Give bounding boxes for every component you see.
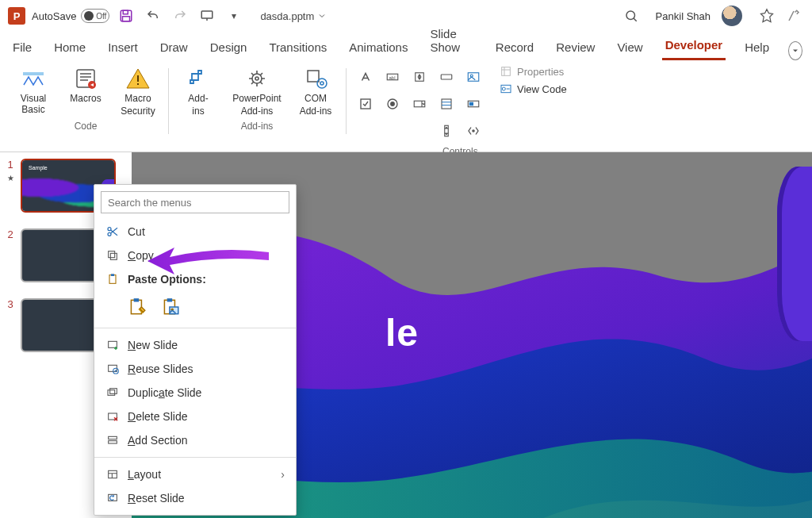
tab-file[interactable]: File: [10, 36, 35, 60]
paste-picture-button[interactable]: [159, 296, 182, 318]
user-avatar[interactable]: [722, 6, 742, 26]
addins-button[interactable]: Add- ins: [176, 65, 220, 117]
autosave-toggle[interactable]: AutoSave Off: [32, 9, 109, 23]
paste-keep-formatting-button[interactable]: [126, 296, 148, 318]
reset-slide-label: Reset Slide: [128, 492, 185, 505]
svg-rect-3: [202, 11, 213, 18]
menu-item-reset-slide[interactable]: Reset Slide: [94, 486, 296, 510]
togglebutton-control-button[interactable]: [462, 92, 485, 116]
menu-item-paste-options: Paste Options:: [94, 267, 296, 291]
tab-animations[interactable]: Animations: [346, 36, 411, 60]
svg-rect-25: [442, 99, 451, 109]
spinbutton-control-button[interactable]: [408, 65, 431, 89]
menu-item-add-section[interactable]: Add Section: [94, 428, 296, 452]
qat-overflow[interactable]: ▾: [224, 6, 244, 26]
tab-home[interactable]: Home: [51, 36, 89, 60]
com-addins-label1: COM: [304, 94, 327, 105]
present-button[interactable]: [197, 6, 217, 26]
scissors-icon: [105, 224, 120, 239]
powerpoint-addins-button[interactable]: PowerPoint Add-ins: [228, 65, 285, 117]
label-control-button[interactable]: [354, 65, 377, 89]
toggle-switch[interactable]: Off: [81, 9, 109, 23]
com-addins-icon: [302, 65, 329, 92]
svg-text:abl: abl: [389, 75, 396, 80]
menu-item-copy[interactable]: Copy: [94, 244, 296, 267]
tab-record[interactable]: Record: [492, 36, 537, 60]
svg-rect-2: [123, 17, 130, 21]
search-input[interactable]: [101, 191, 289, 213]
svg-rect-5: [23, 72, 44, 75]
layout-icon: [105, 467, 120, 482]
svg-point-32: [502, 87, 505, 90]
menu-item-new-slide[interactable]: New Slide: [94, 333, 296, 357]
properties-icon: [500, 65, 512, 78]
save-button[interactable]: [116, 6, 136, 26]
menu-item-reuse-slides[interactable]: Reuse Slides: [94, 357, 296, 381]
reset-icon: [105, 491, 120, 505]
search-button[interactable]: [621, 6, 642, 26]
delete-slide-label: Delete Slide: [128, 410, 188, 423]
svg-rect-1: [124, 10, 128, 14]
redo-button[interactable]: [170, 6, 190, 26]
checkbox-control-button[interactable]: [354, 92, 377, 116]
tab-transitions[interactable]: Transitions: [266, 36, 330, 60]
svg-rect-43: [170, 307, 178, 314]
svg-rect-53: [109, 470, 117, 478]
thumb-number: 2: [7, 228, 13, 240]
tab-help[interactable]: Help: [741, 36, 772, 60]
copy-icon: [105, 248, 120, 263]
designer-icon[interactable]: [783, 6, 804, 26]
macro-security-button[interactable]: Macro Security: [116, 65, 160, 117]
tab-draw[interactable]: Draw: [157, 36, 191, 60]
group-addins-label: Add-ins: [241, 117, 274, 133]
group-code-label: Code: [75, 117, 98, 133]
filename-dropdown[interactable]: dasda.pptm: [260, 10, 327, 22]
menu-item-cut[interactable]: Cut: [94, 220, 296, 244]
tab-design[interactable]: Design: [207, 36, 251, 60]
controls-grid: abl: [354, 65, 485, 143]
properties-label: Properties: [517, 66, 564, 78]
properties-button: Properties: [500, 65, 567, 78]
optionbutton-control-button[interactable]: [381, 92, 404, 116]
tab-developer[interactable]: Developer: [662, 33, 726, 60]
ribbon-collapse-button[interactable]: [788, 41, 802, 60]
view-code-icon: [500, 82, 512, 95]
delete-icon: [105, 409, 120, 424]
paste-options-label: Paste Options:: [128, 273, 206, 286]
addins-label1: Add-: [188, 94, 208, 105]
group-addins: Add- ins PowerPoint Add-ins COM Add-ins …: [168, 62, 346, 152]
menu-item-delete-slide[interactable]: Delete Slide: [94, 405, 296, 428]
macros-button[interactable]: Macros: [63, 65, 108, 105]
com-addins-button[interactable]: COM Add-ins: [293, 65, 338, 117]
tab-review[interactable]: Review: [553, 36, 598, 60]
svg-point-14: [320, 82, 324, 85]
premium-icon[interactable]: [756, 6, 777, 26]
tab-insert[interactable]: Insert: [105, 36, 141, 60]
more-controls-button[interactable]: [462, 119, 485, 143]
menu-item-layout[interactable]: Layout ›: [94, 462, 296, 486]
svg-point-33: [108, 228, 111, 231]
svg-point-4: [626, 11, 635, 20]
tab-view[interactable]: View: [614, 36, 645, 60]
listbox-control-button[interactable]: [435, 92, 458, 116]
visual-basic-button[interactable]: Visual Basic: [11, 65, 56, 116]
thumb-sample-text: Sample: [29, 165, 48, 171]
chevron-down-icon: [791, 46, 800, 56]
scrollbar-control-button[interactable]: [435, 119, 458, 143]
commandbutton-control-button[interactable]: [435, 65, 458, 89]
menu-item-duplicate-slide[interactable]: Duplicate Slide: [94, 381, 296, 405]
group-controls: abl Properties View Code: [346, 62, 575, 152]
context-search[interactable]: [101, 191, 289, 213]
tab-slideshow[interactable]: Slide Show: [427, 22, 476, 60]
add-section-label: Add Section: [128, 434, 188, 447]
image-control-button[interactable]: [462, 65, 485, 89]
undo-button[interactable]: [143, 6, 163, 26]
macro-security-label2: Security: [121, 106, 155, 117]
combobox-control-button[interactable]: [408, 92, 431, 116]
textbox-control-button[interactable]: abl: [381, 65, 404, 89]
svg-rect-48: [108, 390, 115, 396]
svg-rect-40: [134, 298, 140, 301]
macro-security-label1: Macro: [124, 94, 151, 105]
view-code-button[interactable]: View Code: [500, 82, 567, 95]
warning-icon: [124, 65, 151, 92]
